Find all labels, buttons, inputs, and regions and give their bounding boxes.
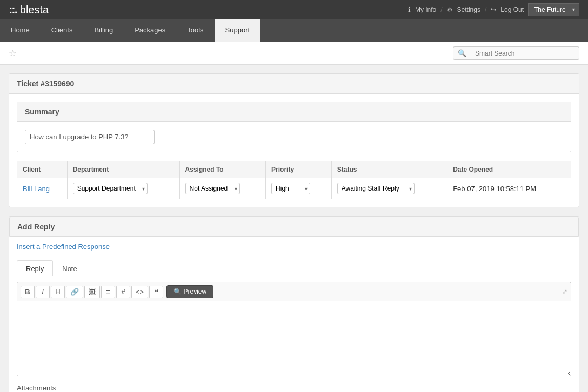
col-priority: Priority [266,161,332,178]
search-input[interactable] [471,48,579,59]
cell-assigned: Not Assigned [179,178,266,199]
attachments-section: Attachments [9,384,579,392]
main-content: Ticket #3159690 Summary Client Departmen… [0,65,588,392]
link-button[interactable]: 🔗 [66,286,83,298]
search-wrap: 🔍 [453,46,579,60]
top-bar: ::. blesta ℹ My Info / ⚙ Settings / ↪ Lo… [0,0,588,19]
myinfo-icon: ℹ [408,6,411,13]
summary-input[interactable] [25,130,155,144]
company-selector[interactable]: The Future [528,3,579,16]
col-status: Status [331,161,447,178]
summary-card: Summary [17,102,571,152]
heading-button[interactable]: H [51,286,65,298]
priority-select-wrap[interactable]: Low Medium High Critical [271,183,310,194]
assigned-select-wrap[interactable]: Not Assigned [185,183,240,194]
top-bar-right: ℹ My Info / ⚙ Settings / ↪ Log Out The F… [408,3,579,16]
predefined-response-link[interactable]: Insert a Predefined Response [9,237,117,251]
client-link[interactable]: Bill Lang [23,185,50,193]
nav-item-tools[interactable]: Tools [176,19,214,42]
cell-status: Open Awaiting Staff Reply Awaiting Clien… [331,178,447,199]
summary-body [17,122,571,152]
editor-wrap: B I H 🔗 🖼 ≡ # <> ❝ 🔍 Preview ⤢ [9,276,579,384]
table-header-row: Client Department Assigned To Priority S… [17,161,571,178]
search-icon: 🔍 [453,47,471,59]
logout-icon: ↪ [491,6,496,13]
ol-button[interactable]: # [116,286,130,298]
preview-icon: 🔍 [173,288,182,295]
col-client: Client [17,161,68,178]
bold-button[interactable]: B [21,286,35,298]
cell-department: Support Department [67,178,179,199]
favorite-button[interactable]: ☆ [9,48,16,58]
attachments-label: Attachments [17,380,56,392]
table-row: Bill Lang Support Department [17,178,571,199]
search-bar: ☆ 🔍 [0,42,588,65]
image-button[interactable]: 🖼 [84,286,100,298]
reply-body: Insert a Predefined Response Reply Note … [9,237,579,392]
code-button[interactable]: <> [131,286,148,298]
ticket-card-body: Summary Client Department Assigned To Pr… [9,94,579,207]
editor-toolbar: B I H 🔗 🖼 ≡ # <> ❝ 🔍 Preview ⤢ [17,282,571,301]
editor-area[interactable] [17,301,571,376]
settings-icon: ⚙ [447,6,453,13]
tab-reply[interactable]: Reply [17,260,53,276]
summary-header: Summary [17,102,571,122]
ul-button[interactable]: ≡ [101,286,115,298]
italic-button[interactable]: I [36,286,50,298]
preview-label: Preview [184,288,207,295]
preview-button[interactable]: 🔍 Preview [166,285,213,298]
my-info-link[interactable]: My Info [415,6,436,13]
divider1: / [440,6,442,13]
status-select-wrap[interactable]: Open Awaiting Staff Reply Awaiting Clien… [337,183,415,194]
cell-priority: Low Medium High Critical [266,178,332,199]
col-department: Department [67,161,179,178]
logo: ::. blesta [9,3,49,17]
tab-note[interactable]: Note [53,260,86,276]
col-date: Date Opened [447,161,571,178]
cell-date: Feb 07, 2019 10:58:11 PM [447,178,571,199]
add-reply-card: Add Reply Insert a Predefined Response R… [9,216,579,392]
settings-link[interactable]: Settings [457,6,480,13]
logo-icon: ::. [9,3,17,17]
department-select[interactable]: Support Department [73,183,148,194]
ticket-details-table: Client Department Assigned To Priority S… [17,161,571,199]
add-reply-header: Add Reply [9,217,579,237]
department-select-wrap[interactable]: Support Department [73,183,148,194]
nav-item-home[interactable]: Home [0,19,41,42]
assigned-select[interactable]: Not Assigned [185,183,240,194]
status-select[interactable]: Open Awaiting Staff Reply Awaiting Clien… [337,183,415,194]
company-dropdown[interactable]: The Future [528,3,579,16]
reply-tabs: Reply Note [9,260,579,276]
quote-button[interactable]: ❝ [149,286,163,298]
logout-link[interactable]: Log Out [500,6,524,13]
nav-item-billing[interactable]: Billing [83,19,124,42]
logo-text: blesta [20,4,49,16]
priority-select[interactable]: Low Medium High Critical [271,183,310,194]
main-nav: Home Clients Billing Packages Tools Supp… [0,19,588,42]
ticket-card: Ticket #3159690 Summary Client Departmen… [9,73,579,207]
expand-icon[interactable]: ⤢ [562,288,567,295]
divider2: / [485,6,486,13]
nav-item-clients[interactable]: Clients [41,19,84,42]
nav-item-support[interactable]: Support [215,19,261,42]
nav-item-packages[interactable]: Packages [124,19,176,42]
cell-client: Bill Lang [17,178,68,199]
ticket-card-header: Ticket #3159690 [9,74,579,94]
col-assigned: Assigned To [179,161,266,178]
